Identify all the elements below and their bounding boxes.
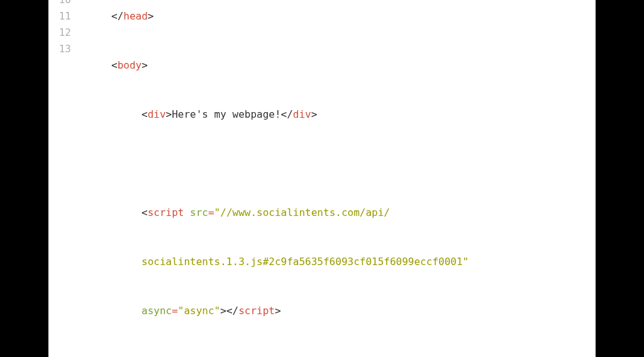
code-line[interactable]: <body> [81, 57, 596, 74]
code-content[interactable]: <html> <head> <title>My Page</title> </h… [79, 0, 596, 357]
code-line[interactable]: <script src="//www.socialintents.com/api… [81, 205, 596, 221]
line-number-gutter: 1 2 3 4 5 6 7 8 9 10 11 12 13 [48, 0, 79, 357]
line-number: 12 [48, 25, 71, 41]
line-number: 13 [48, 41, 71, 57]
code-line[interactable] [81, 156, 596, 172]
line-number: 10 [48, 0, 71, 8]
code-line[interactable]: socialintents.1.3.js#2c9fa5635f6093cf015… [81, 254, 596, 270]
code-line[interactable]: </head> [81, 8, 596, 25]
code-line[interactable]: async="async"></script> [81, 303, 596, 319]
line-number: 11 [48, 8, 71, 25]
code-line[interactable] [81, 352, 596, 358]
code-line[interactable]: <div>Here's my webpage!</div> [81, 106, 596, 123]
editor-window: mywebpage.html UNREGISTERED 1 2 3 4 5 6 … [48, 0, 596, 357]
editor-area[interactable]: 1 2 3 4 5 6 7 8 9 10 11 12 13 <html> <he… [48, 0, 596, 357]
